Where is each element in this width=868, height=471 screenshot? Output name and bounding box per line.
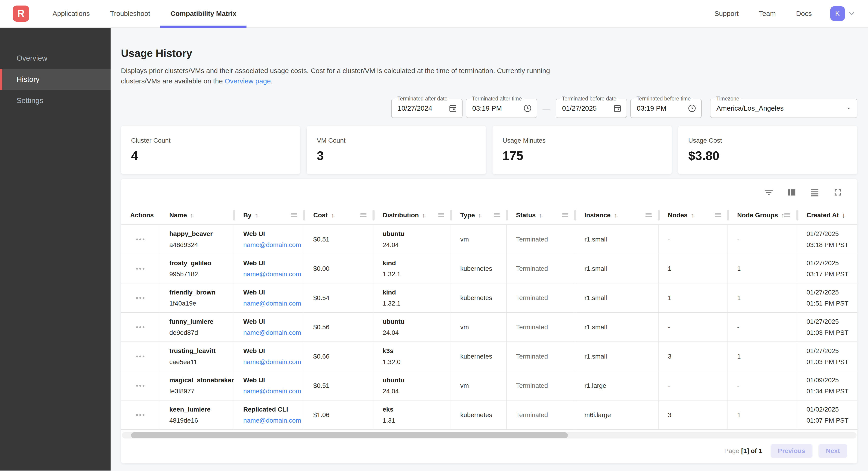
- nav-link-team[interactable]: Team: [749, 10, 786, 18]
- row-actions-cell: [121, 371, 160, 400]
- sidebar-item-settings[interactable]: Settings: [0, 90, 111, 111]
- dropdown-arrow-icon[interactable]: [845, 105, 852, 112]
- created-by-email-link[interactable]: name@domain.com: [243, 329, 304, 336]
- column-label: Cost: [313, 211, 328, 219]
- sort-icon[interactable]: ↑↓: [478, 212, 483, 219]
- terminated-after-time-field[interactable]: Terminated after time 03:19 PM: [466, 99, 537, 118]
- more-actions-icon[interactable]: [134, 353, 147, 360]
- sort-icon[interactable]: ↑↓: [614, 212, 619, 219]
- instance-value: m6i.large: [584, 411, 658, 419]
- column-menu-icon[interactable]: [438, 213, 444, 217]
- more-actions-icon[interactable]: [134, 412, 147, 418]
- column-menu-icon[interactable]: [291, 213, 297, 217]
- created-by-email-link[interactable]: name@domain.com: [243, 417, 304, 424]
- horizontal-scrollbar-thumb[interactable]: [131, 432, 568, 438]
- column-header-type[interactable]: Type↑↓: [451, 206, 507, 225]
- overview-page-link[interactable]: Overview page: [225, 77, 271, 85]
- column-menu-icon[interactable]: [360, 213, 367, 217]
- table-row[interactable]: keen_lumiere 4819de16 Replicated CLI nam…: [121, 401, 858, 430]
- timezone-select[interactable]: Timezone America/Los_Angeles: [710, 99, 858, 118]
- nav-tab-applications[interactable]: Applications: [42, 0, 100, 27]
- cluster-name: friendly_brown: [169, 289, 234, 296]
- more-actions-icon[interactable]: [134, 236, 147, 243]
- clock-icon[interactable]: [687, 104, 696, 113]
- nav-link-docs[interactable]: Docs: [786, 10, 822, 18]
- column-separator[interactable]: [796, 210, 799, 220]
- column-menu-icon[interactable]: [562, 213, 568, 217]
- column-header-status[interactable]: Status↑↓: [507, 206, 575, 225]
- previous-button[interactable]: Previous: [771, 444, 812, 458]
- table-row[interactable]: trusting_leavitt cae5ea11 Web UI name@do…: [121, 342, 858, 371]
- created-time: 01:51 PM PST: [806, 300, 858, 307]
- terminated-before-time-field[interactable]: Terminated before time 03:19 PM: [630, 99, 702, 118]
- more-actions-icon[interactable]: [134, 324, 147, 330]
- sort-icon[interactable]: ↑↓: [331, 212, 335, 219]
- sort-icon[interactable]: ↑↓: [255, 212, 259, 219]
- column-separator[interactable]: [450, 210, 452, 220]
- date-range-separator: —: [540, 104, 552, 113]
- column-separator[interactable]: [574, 210, 576, 220]
- sort-icon[interactable]: ↑↓: [190, 212, 195, 219]
- terminated-after-date-field[interactable]: Terminated after date 10/27/2024: [391, 99, 463, 118]
- column-header-cost[interactable]: Cost↑↓: [304, 206, 373, 225]
- filter-icon[interactable]: [764, 187, 774, 198]
- table-row[interactable]: magical_stonebraker fe3f8977 Web UI name…: [121, 371, 858, 401]
- avatar[interactable]: K: [830, 6, 845, 21]
- column-separator[interactable]: [233, 210, 235, 220]
- replicated-logo[interactable]: R: [13, 5, 29, 22]
- column-separator[interactable]: [303, 210, 305, 220]
- next-button[interactable]: Next: [818, 444, 847, 458]
- more-actions-icon[interactable]: [134, 265, 147, 272]
- table-row[interactable]: happy_beaver a48d9324 Web UI name@domain…: [121, 225, 858, 254]
- calendar-icon[interactable]: [448, 104, 458, 113]
- clock-icon[interactable]: [523, 104, 532, 113]
- column-menu-icon[interactable]: [494, 213, 500, 217]
- density-icon[interactable]: [809, 187, 820, 198]
- column-header-created-at[interactable]: Created At↓: [797, 206, 858, 225]
- created-by-source: Web UI: [243, 318, 304, 325]
- table-row[interactable]: frosty_galileo 995b7182 Web UI name@doma…: [121, 254, 858, 284]
- column-header-nodes[interactable]: Nodes↑↓: [659, 206, 728, 225]
- created-by-email-link[interactable]: name@domain.com: [243, 358, 304, 366]
- column-separator[interactable]: [372, 210, 375, 220]
- nav-link-support[interactable]: Support: [704, 10, 749, 18]
- column-header-instance[interactable]: Instance↑↓: [575, 206, 659, 225]
- calendar-icon[interactable]: [613, 104, 622, 113]
- columns-icon[interactable]: [786, 187, 797, 198]
- nav-tab-compatibility-matrix[interactable]: Compatibility Matrix: [160, 0, 247, 27]
- sorted-desc-icon[interactable]: ↓: [842, 211, 845, 219]
- column-header-node-groups[interactable]: Node Groups↑↓: [728, 206, 797, 225]
- fullscreen-icon[interactable]: [833, 187, 843, 198]
- column-separator[interactable]: [506, 210, 508, 220]
- horizontal-scrollbar-track[interactable]: [122, 432, 857, 439]
- table-row[interactable]: funny_lumiere de9ed87d Web UI name@domai…: [121, 313, 858, 342]
- created-date: 01/09/2025: [806, 377, 858, 384]
- nav-tab-troubleshoot[interactable]: Troubleshoot: [100, 0, 160, 27]
- sidebar-item-history[interactable]: History: [0, 69, 111, 90]
- column-separator[interactable]: [658, 210, 660, 220]
- more-actions-icon[interactable]: [134, 295, 147, 301]
- created-by-email-link[interactable]: name@domain.com: [243, 241, 304, 248]
- table-row[interactable]: friendly_brown 1f40a19e Web UI name@doma…: [121, 284, 858, 313]
- terminated-before-date-field[interactable]: Terminated before date 01/27/2025: [556, 99, 627, 118]
- more-actions-icon[interactable]: [134, 383, 147, 389]
- column-menu-icon[interactable]: [784, 213, 790, 217]
- column-menu-icon[interactable]: [646, 213, 652, 217]
- column-header-distribution[interactable]: Distribution↑↓: [373, 206, 451, 225]
- column-header-name[interactable]: Name↑↓: [160, 206, 234, 225]
- created-by-email-link[interactable]: name@domain.com: [243, 300, 304, 307]
- created-time: 01:03 PM PST: [806, 358, 858, 366]
- sidebar-item-overview[interactable]: Overview: [0, 48, 111, 69]
- cluster-name: happy_beaver: [169, 230, 234, 238]
- sort-icon[interactable]: ↑↓: [539, 212, 544, 219]
- created-by-email-link[interactable]: name@domain.com: [243, 270, 304, 278]
- column-separator[interactable]: [727, 210, 729, 220]
- cluster-id: 1f40a19e: [169, 300, 234, 307]
- column-header-by[interactable]: By↑↓: [234, 206, 304, 225]
- created-by-email-link[interactable]: name@domain.com: [243, 388, 304, 395]
- sort-icon[interactable]: ↑↓: [422, 212, 427, 219]
- column-menu-icon[interactable]: [715, 213, 721, 217]
- sort-icon[interactable]: ↑↓: [691, 212, 695, 219]
- chevron-down-icon[interactable]: [848, 10, 856, 18]
- stat-label: Cluster Count: [131, 137, 300, 144]
